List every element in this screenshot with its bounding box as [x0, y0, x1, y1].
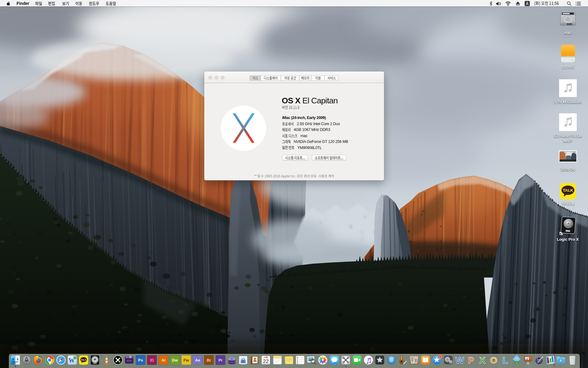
svg-text:Fw: Fw — [183, 358, 189, 362]
svg-text:Ps: Ps — [138, 358, 143, 362]
svg-text:TALK: TALK — [563, 188, 573, 193]
svg-text:Pr: Pr — [218, 358, 223, 362]
svg-text:22: 22 — [263, 358, 269, 364]
svg-text:Ae: Ae — [195, 358, 200, 362]
svg-text:Br: Br — [207, 358, 211, 362]
svg-text:1: 1 — [439, 356, 441, 358]
svg-text:ID: ID — [150, 358, 154, 362]
svg-text:Dw: Dw — [172, 358, 178, 362]
svg-text:TALK: TALK — [81, 358, 87, 361]
svg-text:W: W — [455, 355, 464, 365]
svg-text:P: P — [468, 355, 474, 365]
svg-text:X: X — [479, 355, 485, 365]
svg-text:Ai: Ai — [161, 358, 165, 362]
svg-text:O: O — [490, 355, 497, 365]
svg-text:10월: 10월 — [264, 356, 268, 358]
svg-text:L: L — [502, 355, 508, 365]
